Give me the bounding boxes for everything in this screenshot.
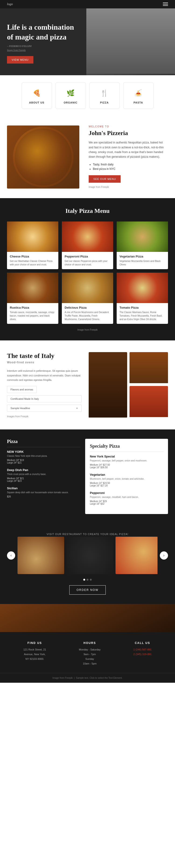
phone-2[interactable]: 2 (345) 319-891 [133, 653, 151, 656]
tomato-pizza-body: Tomato Pizza The Classic Marinara Sauce,… [117, 303, 168, 324]
rustica-pizza-desc: Tomato sauce, mozzarella, sausage, crisp… [10, 311, 56, 321]
sp-veg-name: Vegetarian [90, 473, 163, 476]
vegetarian-pizza-thumb [117, 221, 168, 252]
header: logo [0, 0, 175, 8]
taste-img-3-block [130, 386, 168, 417]
pepperoni-pizza-thumb [62, 221, 113, 252]
dot-2[interactable] [86, 579, 89, 581]
carousel-img-2 [67, 537, 113, 574]
bullet-1: Tasty, fresh daily [93, 163, 168, 166]
order-now-button[interactable]: ORDER NOW [69, 585, 106, 595]
sp-newyork-medium: Medium 14" $27.50 [90, 464, 163, 466]
deepdish-prices: Medium 18" $21 Large 24" $23 [7, 477, 80, 482]
delicious-pizza-name: Delicious Pizza [65, 306, 110, 309]
welcome-bullets: Tasty, fresh daily Best pizza in NYC [89, 163, 168, 170]
about-label: ABOUT US [26, 101, 48, 104]
pizza-column: Pizza NEW YORK Classic New York style th… [7, 439, 80, 514]
newyork-price-large: Large 24" $21 [7, 461, 80, 464]
footer-hours: HOURS Monday - Saturday 9am - 7pm Sunday… [79, 641, 101, 666]
cheese-pizza-name: Cheese Pizza [10, 255, 56, 258]
bullet-2: Best pizza in NYC [93, 167, 168, 170]
pepperoni-pizza-desc: Get our classic Pepperoni pizza with you… [65, 259, 110, 266]
sp-newyork-prices: Medium 14" $27.50 Large 16" $36.50 [90, 464, 163, 469]
vegetarian-pizza-image [117, 221, 168, 252]
logo: logo [7, 2, 13, 6]
taste-headline-tag[interactable]: Sample Headline ▼ [7, 405, 82, 412]
sp-pep-prices: Medium 14" $29 Large 16" $32 [90, 500, 163, 505]
menu-title: Italy Pizza Menu [7, 208, 168, 215]
deepdish-price-medium: Medium 18" $21 [7, 477, 80, 480]
sicilian-name: Sicilian [7, 487, 80, 490]
pizza-col-divider [7, 447, 80, 447]
gallery-label: VISIT OUR RESTAURANT TO CREATE YOUR IDEA… [7, 533, 168, 535]
footer-call-us: CALL US 1 (246) 567-891 2 (345) 319-891 [133, 641, 151, 666]
carousel-images [18, 537, 158, 574]
hours-weekday-time: 9am - 7pm [83, 653, 96, 656]
pizza-circle-decoration [13, 127, 73, 187]
category-pasta[interactable]: 🍝 PASTA [123, 82, 153, 109]
taste-title: The taste of Italy [7, 352, 82, 360]
taste-img-2-block [130, 352, 168, 383]
categories-section: 🍕 ABOUT US 🌿 ORGANIC 🍴 PIZZA 🍝 PASTA [0, 75, 175, 116]
category-about[interactable]: 🍕 ABOUT US [22, 82, 52, 109]
see-menu-button[interactable]: SEE OUR MENU [89, 175, 120, 183]
pepperoni-pizza-body: Pepperoni Pizza Get our classic Pepperon… [62, 252, 113, 269]
category-pizza[interactable]: 🍴 PIZZA [90, 82, 120, 109]
call-us-title: CALL US [133, 641, 151, 645]
sp-pep-large: Large 16" $32 [90, 503, 163, 505]
menu-card-cheese: Cheese Pizza Get our Manhattan Classic C… [7, 221, 58, 269]
dot-1[interactable] [83, 579, 85, 581]
delicious-pizza-desc: A mix of Porcini Mushrooms and Decadent … [65, 311, 110, 321]
sp-veg-prices: Medium 14" $24.50 Large 16" $27.20 [90, 482, 163, 487]
welcome-label: WELCOME TO [89, 125, 168, 128]
sp-veg-medium: Medium 14" $24.50 [90, 482, 163, 484]
category-organic[interactable]: 🌿 ORGANIC [56, 82, 86, 109]
menu-image-credit: Image from Freepik [7, 329, 168, 331]
sicilian-price: $26 [7, 495, 80, 498]
carousel-next-button[interactable]: › [160, 551, 168, 560]
hours-title: HOURS [79, 641, 101, 645]
phone-1[interactable]: 1 (246) 567-891 [133, 648, 151, 651]
footer-image-credit: Image from Freepik [53, 677, 73, 679]
sp-newyork-large: Large 16" $36.50 [90, 466, 163, 469]
taste-filters: Flavors and aromas Certificated Made In … [7, 386, 82, 412]
specialty-divider [90, 452, 163, 452]
hero-image-area [86, 8, 175, 75]
sicilian-desc: Square deep dish with our housemade onio… [7, 491, 80, 494]
welcome-title: John's Pizzeria [89, 130, 168, 137]
newyork-price-medium: Medium 18" $19 [7, 459, 80, 461]
chef-image [86, 8, 175, 74]
sp-veg-desc: Mushroom, bell pepper, onion, tomato and… [90, 477, 163, 480]
carousel-prev-button[interactable]: ‹ [7, 551, 15, 560]
dot-3[interactable] [90, 579, 92, 581]
delicious-pizza-body: Delicious Pizza A mix of Porcini Mushroo… [62, 303, 113, 324]
menu-card-vegetarian: Vegetarian Pizza Vegetarian Mozzarella G… [117, 221, 168, 269]
menu-grid: Cheese Pizza Get our Manhattan Classic C… [7, 221, 168, 324]
cheese-pizza-thumb [7, 221, 58, 252]
taste-image-3 [130, 386, 168, 418]
tomato-pizza-image [117, 273, 168, 303]
pepperoni-pizza-image [62, 221, 113, 252]
footer-pizza-background [0, 604, 175, 632]
deepdish-name: Deep Dish Pan [7, 468, 80, 472]
taste-flavors-tag[interactable]: Flavors and aromas [7, 386, 37, 393]
specialty-vegetarian: Vegetarian Mushroom, bell pepper, onion,… [90, 473, 163, 487]
taste-image-credits: Images from Freepik [7, 415, 82, 418]
view-menu-button[interactable]: VIEW MENU [7, 56, 33, 64]
specialty-column: Specialty Pizza New York Special Peppero… [85, 439, 168, 514]
organic-label: ORGANIC [59, 101, 82, 104]
taste-content: The taste of Italy Wood-fired ovens Inte… [7, 352, 82, 418]
taste-section: The taste of Italy Wood-fired ovens Inte… [0, 340, 175, 429]
menu-card-delicious: Delicious Pizza A mix of Porcini Mushroo… [62, 273, 113, 324]
hero-quote: – FEDERICO FELLINI [7, 44, 82, 48]
carousel-img-1 [18, 537, 64, 574]
vegetarian-pizza-name: Vegetarian Pizza [119, 255, 165, 258]
taste-certified-tag[interactable]: Certificated Made In Italy [7, 395, 82, 402]
menu-card-rustica: Rustica Pizza Tomato sauce, mozzarella, … [7, 273, 58, 324]
vegetarian-pizza-body: Vegetarian Pizza Vegetarian Mozzarella G… [117, 252, 168, 269]
tag-label: Sample Headline [10, 407, 30, 410]
taste-subtitle: Wood-fired ovens [7, 361, 82, 364]
menu-section: Italy Pizza Menu Cheese Pizza Get our Ma… [0, 198, 175, 340]
welcome-section: WELCOME TO John's Pizzeria We are specia… [0, 116, 175, 198]
hamburger-menu[interactable] [163, 3, 168, 6]
